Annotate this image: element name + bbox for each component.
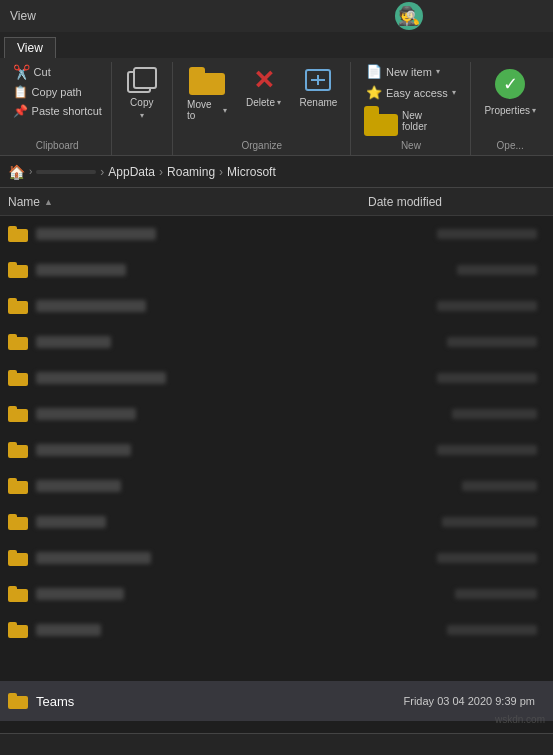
file-date-blur-1 (358, 229, 545, 239)
blurred-date-10 (437, 553, 537, 563)
checkmark-icon: ✓ (495, 69, 525, 99)
address-bar: 🏠 › › AppData › Roaming › Microsoft (0, 156, 553, 188)
file-date-blur-4 (358, 337, 545, 347)
file-row-blur-5[interactable] (0, 360, 553, 396)
file-row-blur-12[interactable] (0, 612, 553, 648)
new-folder-icon (364, 106, 398, 136)
file-row-blur-1[interactable] (0, 216, 553, 252)
watermark: wskdn.com (495, 714, 545, 725)
folder-icon-blur-3 (8, 298, 28, 314)
move-to-arrow: ▾ (223, 106, 227, 115)
file-date-blur-11 (358, 589, 545, 599)
file-name-blur-10 (8, 550, 358, 566)
blurred-name-9 (36, 516, 106, 528)
folder-icon-blur-1 (8, 226, 28, 242)
blurred-name-11 (36, 588, 124, 600)
paste-shortcut-label: Paste shortcut (32, 105, 102, 117)
file-date-blur-2 (358, 265, 545, 275)
address-user[interactable] (36, 170, 96, 174)
address-appdata[interactable]: AppData (108, 165, 155, 179)
folder-icon-move (189, 67, 225, 95)
blurred-date-3 (437, 301, 537, 311)
home-icon[interactable]: 🏠 (8, 164, 25, 180)
file-date-blur-9 (358, 517, 545, 527)
sort-arrow-name: ▲ (44, 197, 53, 207)
address-roaming[interactable]: Roaming (167, 165, 215, 179)
new-item-label: New item (386, 66, 432, 78)
ribbon-group-open: ✓ Properties ▾ Ope... (471, 62, 549, 155)
date-col-label: Date modified (368, 195, 442, 209)
folder-icon-blur-12 (8, 622, 28, 638)
folder-tab (364, 106, 379, 114)
folder-base (364, 114, 398, 136)
folder-icon-blur-10 (8, 550, 28, 566)
blurred-name-8 (36, 480, 121, 492)
properties-icon: ✓ (492, 66, 528, 102)
rename-button[interactable]: Rename (293, 62, 345, 112)
file-date-blur-7 (358, 445, 545, 455)
folder-icon-blur-8 (8, 478, 28, 494)
blurred-date-8 (462, 481, 537, 491)
title-bar: View 🕵️ (0, 0, 553, 32)
blurred-name-1 (36, 228, 156, 240)
properties-label: Properties (484, 105, 530, 116)
copy-label: Copy (130, 97, 153, 108)
teams-row-name: Teams (8, 693, 358, 709)
teams-row[interactable]: Teams Friday 03 04 2020 9:39 pm (0, 681, 553, 721)
blurred-date-7 (437, 445, 537, 455)
ribbon-group-clipboard: ✂️ Cut 📋 Copy path 📌 Paste shortcut Clip… (4, 62, 112, 155)
col-header-name[interactable]: Name ▲ (0, 195, 360, 209)
file-row-blur-8[interactable] (0, 468, 553, 504)
delete-button[interactable]: ✕ Delete ▾ (239, 62, 289, 112)
avatar-image: 🕵️ (395, 2, 423, 30)
teams-date: Friday 03 04 2020 9:39 pm (358, 695, 545, 707)
blurred-date-9 (442, 517, 537, 527)
file-row-blur-11[interactable] (0, 576, 553, 612)
folder-icon-blur-11 (8, 586, 28, 602)
ribbon-group-new: 📄 New item ▾ ⭐ Easy access ▾ New folder (351, 62, 471, 155)
cut-button[interactable]: ✂️ Cut (9, 62, 106, 82)
file-row-blur-6[interactable] (0, 396, 553, 432)
move-to-button[interactable]: Move to ▾ (179, 62, 234, 125)
status-bar (0, 733, 553, 755)
file-row-blur-10[interactable] (0, 540, 553, 576)
new-group-label: New (401, 140, 421, 151)
easy-access-button[interactable]: ⭐ Easy access ▾ (360, 83, 462, 102)
file-name-blur-12 (8, 622, 358, 638)
file-name-blur-9 (8, 514, 358, 530)
tab-view[interactable]: View (4, 37, 56, 58)
file-row-blur-9[interactable] (0, 504, 553, 540)
file-row-blur-7[interactable] (0, 432, 553, 468)
file-name-blur-2 (8, 262, 358, 278)
copy-path-button[interactable]: 📋 Copy path (9, 83, 106, 101)
file-date-blur-6 (358, 409, 545, 419)
blurred-date-6 (452, 409, 537, 419)
folder-icon-blur-7 (8, 442, 28, 458)
paste-shortcut-button[interactable]: 📌 Paste shortcut (9, 102, 106, 120)
properties-button[interactable]: ✓ Properties ▾ (476, 62, 544, 120)
file-row-blur-2[interactable] (0, 252, 553, 288)
copy-path-label: Copy path (32, 86, 82, 98)
col-header-date[interactable]: Date modified (360, 195, 553, 209)
ribbon-group-copy: Copy ▾ (112, 62, 174, 155)
blurred-date-2 (457, 265, 537, 275)
new-item-button[interactable]: 📄 New item ▾ (360, 62, 446, 81)
blurred-date-1 (437, 229, 537, 239)
ribbon-tab-bar: View (0, 32, 553, 58)
file-row-blur-4[interactable] (0, 324, 553, 360)
file-row-blur-3[interactable] (0, 288, 553, 324)
blurred-name-12 (36, 624, 101, 636)
new-item-icon: 📄 (366, 64, 382, 79)
new-folder-button[interactable]: New folder (360, 104, 431, 138)
delete-x-icon: ✕ (253, 67, 275, 93)
address-microsoft[interactable]: Microsoft (227, 165, 276, 179)
file-date-blur-3 (358, 301, 545, 311)
file-name-blur-4 (8, 334, 358, 350)
ribbon-group-organize: Move to ▾ ✕ Delete ▾ (173, 62, 351, 155)
copy-large-button[interactable]: Copy ▾ (117, 62, 167, 124)
teams-folder-icon (8, 693, 28, 709)
properties-arrow: ▾ (532, 106, 536, 115)
easy-access-label: Easy access (386, 87, 448, 99)
delete-icon: ✕ (247, 66, 281, 94)
avatar: 🕵️ (395, 2, 423, 30)
